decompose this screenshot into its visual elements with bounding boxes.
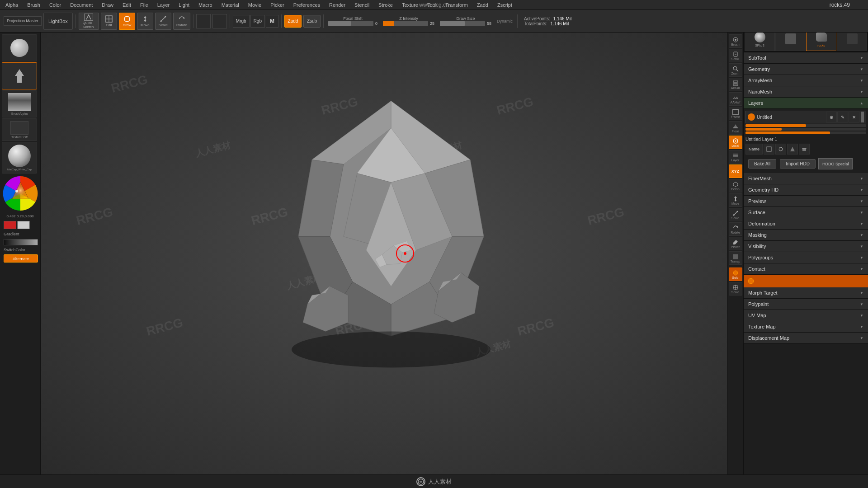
solo-tool-btn[interactable]: Solo — [729, 267, 742, 281]
color-wheel[interactable] — [2, 175, 38, 211]
alternate-button[interactable]: Alternate — [4, 254, 38, 263]
aahalf-tool-btn[interactable]: AA AAHalf — [729, 92, 742, 106]
deformation-section-btn[interactable]: Deformation ▼ — [744, 218, 868, 230]
menu-material[interactable]: Material — [220, 1, 241, 9]
xyz-tool-btn[interactable]: XYZ — [729, 164, 742, 178]
fibermesh-section-btn[interactable]: FiberMesh ▼ — [744, 173, 868, 184]
move-tool-btn[interactable]: Move — [729, 193, 742, 207]
stroke-icon-button[interactable] — [196, 14, 211, 28]
menu-texture[interactable]: Texture — [400, 1, 420, 9]
nanomesh-section-btn[interactable]: NanoMesh ▼ — [744, 86, 868, 98]
geometry-section-btn[interactable]: Geometry ▼ — [744, 64, 868, 75]
draw-size-slider[interactable] — [440, 21, 485, 26]
texture-map-section-btn[interactable]: Texture Map ▼ — [744, 321, 868, 333]
layer-ctrl-icon3[interactable] — [787, 144, 798, 155]
scale-tool-btn[interactable]: Scale — [729, 208, 742, 221]
menu-alpha[interactable]: Alpha — [4, 1, 20, 9]
layer-record-btn[interactable] — [748, 113, 755, 121]
menu-render[interactable]: Render — [327, 1, 347, 9]
masking-section-btn[interactable]: Masking ▼ — [744, 230, 868, 241]
gradient-bar[interactable] — [4, 239, 38, 245]
rotate-tool-btn[interactable]: Rotate — [729, 222, 742, 236]
tool-item-brushalpha[interactable]: BrushAlpha — [2, 90, 37, 117]
tool-item-material[interactable]: MatCap_White_Cap — [2, 142, 37, 174]
tool-item-sphere[interactable] — [2, 34, 37, 61]
mrgb-button[interactable]: Mrgb — [233, 15, 250, 28]
layer-ctrl-icon4[interactable] — [799, 144, 810, 155]
preview-section-btn[interactable]: Preview ▼ — [744, 196, 868, 207]
z-intensity-slider[interactable] — [383, 21, 428, 26]
menu-zadd[interactable]: Zadd — [475, 1, 490, 9]
polygroups-section-btn[interactable]: Polygroups ▼ — [744, 252, 868, 263]
geometry-hd-section-btn[interactable]: Geometry HD ▼ — [744, 184, 868, 196]
scale-button[interactable]: Scale — [155, 13, 171, 30]
menu-zscript[interactable]: Zscript — [495, 1, 514, 9]
frame-tool-btn[interactable]: Frame — [729, 107, 742, 120]
menu-brush[interactable]: Brush — [25, 1, 42, 9]
layer-track-1[interactable] — [745, 124, 866, 127]
hddo-special-button[interactable]: HDDO Special — [818, 158, 853, 169]
zadd-button[interactable]: Zadd — [284, 15, 302, 28]
tool-item-texture[interactable]: Texture: Off — [2, 118, 37, 141]
layer-ctrl-icon1[interactable] — [764, 144, 774, 155]
layers-section-btn[interactable]: Layers ▲ — [744, 98, 868, 109]
menu-macro[interactable]: Macro — [197, 1, 214, 9]
local-tool-btn[interactable]: Local — [729, 136, 742, 149]
actual-tool-btn[interactable]: Actual — [729, 78, 742, 91]
transp-tool-btn[interactable]: Transp — [729, 251, 742, 265]
menu-edit[interactable]: Edit — [121, 1, 133, 9]
primary-color-swatch[interactable] — [4, 221, 16, 229]
layer-track-2[interactable] — [745, 128, 866, 131]
menu-stencil[interactable]: Stencil — [353, 1, 371, 9]
zoom-tool-btn[interactable]: Zoom — [729, 63, 742, 77]
layer-intensity-slider[interactable] — [861, 112, 864, 122]
visibility-section-btn[interactable]: Visibility ▼ — [744, 241, 868, 252]
polypaint-section-btn[interactable]: Polypaint ▼ — [744, 299, 868, 310]
rgb-button[interactable]: Rgb — [250, 15, 265, 28]
focal-shift-slider[interactable] — [328, 21, 373, 26]
zsub-button[interactable]: Zsub — [303, 15, 321, 28]
viewport[interactable]: RRCG RRCG RRCG RRCG RRCG RRCG RRCG RRCG … — [41, 33, 741, 474]
alpha-icon-button[interactable] — [212, 14, 227, 28]
contact-section-btn[interactable]: Contact ▼ — [744, 263, 868, 275]
subtool-section-btn[interactable]: SubTool ▼ — [744, 52, 868, 64]
layer-btn-3[interactable]: ✕ — [849, 112, 859, 122]
menu-preferences[interactable]: Preferences — [292, 1, 322, 9]
layer-btn-1[interactable]: ⊕ — [826, 112, 837, 122]
morph-target-section-btn[interactable]: Morph Target ▼ — [744, 287, 868, 299]
floor-tool-btn[interactable]: Floor — [729, 121, 742, 135]
layer-track-3[interactable] — [745, 131, 866, 134]
menu-draw[interactable]: Draw — [100, 1, 115, 9]
uv-map-section-btn[interactable]: UV Map ▼ — [744, 310, 868, 321]
draw-button[interactable]: Draw — [119, 13, 135, 30]
arraymesh-section-btn[interactable]: ArrayMesh ▼ — [744, 75, 868, 86]
scroll-tool-btn[interactable]: Scroll — [729, 49, 742, 62]
layer-tool-btn[interactable]: Layer — [729, 150, 742, 164]
menu-layer[interactable]: Layer — [156, 1, 172, 9]
persp-tool-btn[interactable]: Persp — [729, 179, 742, 192]
bake-all-button[interactable]: Bake All — [748, 159, 776, 169]
menu-file[interactable]: File — [138, 1, 150, 9]
displacement-map-section-btn[interactable]: Displacement Map ▼ — [744, 333, 868, 344]
lightbox-button[interactable]: LightBox — [43, 13, 73, 30]
move-button[interactable]: Move — [137, 13, 153, 30]
secondary-color-swatch[interactable] — [17, 221, 30, 229]
brush-tool-btn[interactable]: Brush — [729, 34, 742, 48]
menu-stroke[interactable]: Stroke — [377, 1, 395, 9]
scale2-tool-btn[interactable]: Scale — [729, 282, 742, 296]
quick-sketch-button[interactable]: Quick Sketch — [79, 13, 99, 30]
menu-color[interactable]: Color — [47, 1, 63, 9]
menu-light[interactable]: Light — [177, 1, 191, 9]
tool-item-active[interactable] — [2, 62, 37, 89]
surface-section-btn[interactable]: Surface ▼ — [744, 207, 868, 218]
layer-btn-2[interactable]: ✎ — [837, 112, 848, 122]
picker-tool-btn[interactable]: Picker — [729, 237, 742, 250]
edit-button[interactable]: Edit — [101, 13, 117, 30]
layer-ctrl-name[interactable]: Name — [745, 144, 763, 155]
layer-ctrl-icon2[interactable] — [775, 144, 786, 155]
m-button[interactable]: M — [266, 15, 278, 28]
menu-picker[interactable]: Picker — [269, 1, 286, 9]
import-hdd-button[interactable]: Import HDD — [780, 159, 816, 169]
menu-movie[interactable]: Movie — [246, 1, 263, 9]
rotate-button[interactable]: Rotate — [173, 13, 190, 30]
